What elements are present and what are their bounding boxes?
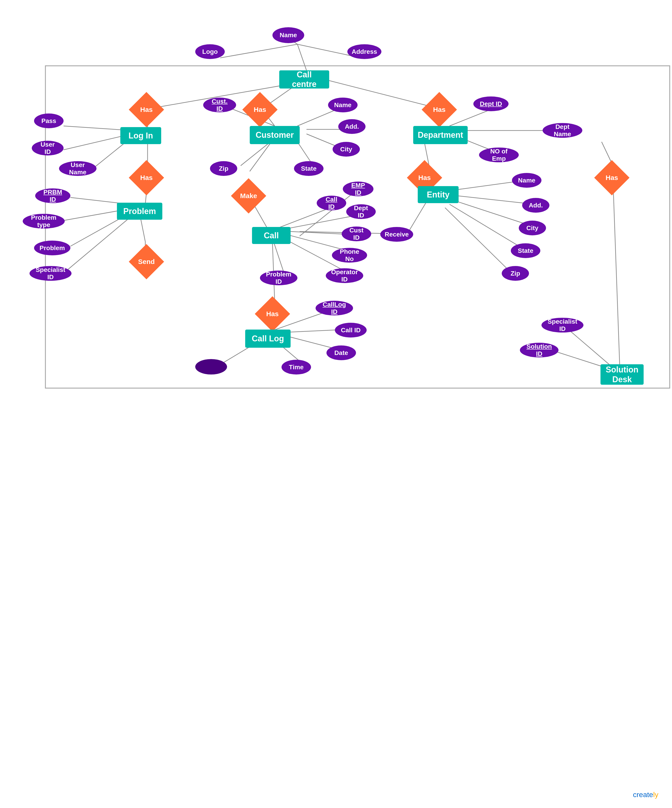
svg-line-3 (220, 44, 298, 58)
attr-city-cust: City (333, 142, 360, 157)
attr-name-cust: Name (328, 98, 358, 112)
attr-call-id: Call ID (317, 195, 346, 210)
rel-has6: Has (594, 160, 630, 195)
attr-specialist-id-prob: Specialist ID (30, 266, 72, 281)
watermark: creately (633, 791, 659, 799)
rel-has7: Has (255, 296, 290, 332)
attr-zip-cust: Zip (210, 161, 237, 176)
attr-cust-id: Cust. ID (203, 98, 236, 112)
svg-line-36 (445, 208, 508, 270)
attr-extra (195, 359, 227, 374)
attr-user-name: User Name (59, 161, 97, 176)
rel-has2: Has (242, 92, 277, 127)
attr-name-entity: Name (512, 173, 542, 188)
attr-dept-name: Dept Name (543, 123, 582, 138)
attr-no-emp: NO of Emp (479, 147, 519, 162)
attr-specialist-id-sol: Specialist ID (542, 318, 583, 332)
attr-cust-id-call: Cust ID (342, 227, 371, 241)
entity-entity: Entity (418, 186, 459, 203)
entity-call-log: Call Log (245, 330, 291, 348)
rel-has1: Has (129, 92, 164, 127)
attr-calllog-id: CallLog ID (316, 301, 353, 316)
svg-line-33 (452, 195, 535, 204)
attr-operator-id: Operator ID (326, 268, 363, 283)
svg-line-31 (66, 218, 129, 271)
attr-user-id: User ID (32, 141, 64, 155)
attr-prbm-id: PRBM ID (35, 189, 70, 203)
rel-has3: Has (421, 92, 457, 127)
attr-problem-type: Problem type (23, 214, 65, 229)
attr-zip-entity: Zip (502, 266, 529, 281)
attr-add-entity: Add. (522, 198, 549, 213)
entity-department: Department (413, 126, 468, 144)
attr-dept-id: Dept ID (473, 97, 508, 111)
attr-address-cc: Address (347, 44, 381, 59)
rel-send: Send (129, 244, 164, 279)
attr-logo: Logo (195, 44, 225, 59)
svg-line-39 (141, 219, 145, 242)
attr-phone-no: Phone No (332, 248, 367, 262)
attr-receive: Receive (380, 227, 413, 242)
svg-line-59 (613, 180, 620, 368)
attr-time: Time (281, 360, 311, 374)
entity-problem: Problem (117, 203, 162, 220)
attr-add-cust: Add. (338, 119, 366, 134)
attr-dept-id-call: Dept ID (346, 204, 376, 219)
attr-state-entity: State (511, 243, 540, 258)
attr-call-id-log: Call ID (335, 323, 367, 337)
entity-login: Log In (120, 127, 161, 144)
svg-line-35 (450, 204, 521, 247)
entity-call: Call (252, 227, 291, 244)
attr-problem-id: Problem ID (260, 270, 298, 285)
entity-solution-desk: Solution Desk (600, 364, 644, 385)
rel-has4: Has (129, 160, 164, 195)
attr-emp-id: EMP ID (343, 182, 373, 196)
attr-date: Date (326, 346, 356, 360)
attr-state-cust: State (294, 161, 324, 176)
entity-call-centre: Call centre (279, 70, 329, 88)
attr-solution-id: Solution ID (520, 343, 558, 357)
svg-line-57 (565, 327, 613, 368)
rel-make: Make (231, 178, 266, 214)
attr-city-entity: City (519, 220, 546, 235)
attr-name-cc: Name (272, 27, 304, 43)
connections-svg (0, 0, 672, 808)
svg-line-34 (452, 200, 531, 226)
attr-pass: Pass (34, 114, 64, 128)
diagram-container: Call centre Name Logo Address Has Has Ha… (0, 0, 672, 808)
svg-line-1 (298, 44, 306, 70)
entity-customer: Customer (250, 126, 300, 144)
attr-problem: Problem (34, 240, 70, 255)
